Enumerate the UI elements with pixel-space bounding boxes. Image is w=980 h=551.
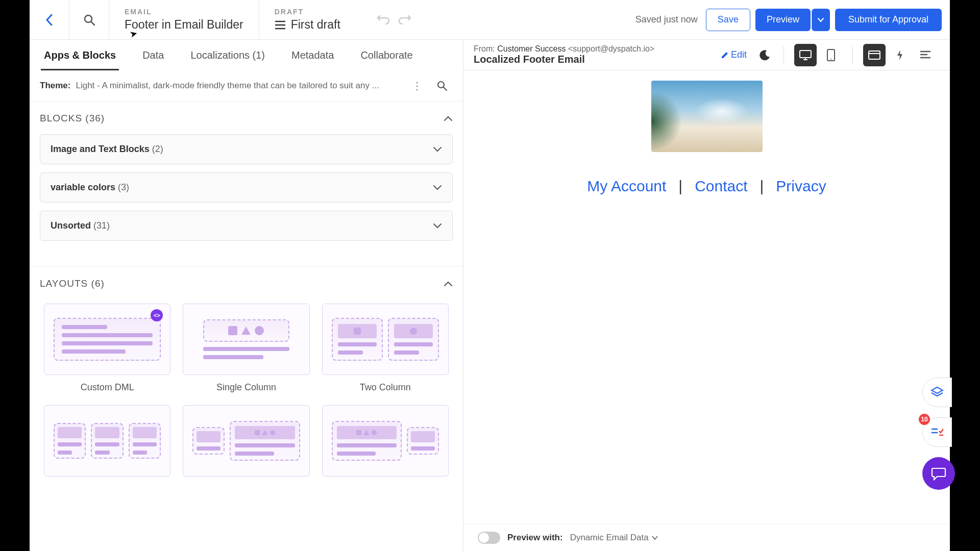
svg-point-0 [85,15,92,22]
tab-apps-blocks[interactable]: Apps & Blocks [41,41,119,69]
chevron-up-icon [444,115,453,121]
undo-icon [377,14,390,26]
mobile-icon [827,49,835,61]
email-title-block: EMAIL Footer in Email Builder [109,0,259,39]
link-contact[interactable]: Contact [695,178,747,195]
bg-name-0: Image and Text Blocks [51,144,150,154]
hero-image [651,81,763,152]
layout-left-sidebar[interactable] [183,405,309,477]
device-mobile-button[interactable] [820,44,842,66]
submit-approval-button[interactable]: Submit for Approval [835,9,942,31]
separator: | [760,178,764,195]
theme-row: Theme: Light - A minimalist, dark-mode f… [30,70,463,102]
tab-collaborate[interactable]: Collaborate [357,41,415,69]
layout-single-column[interactable]: Single Column [183,304,309,393]
layout-two-column[interactable]: Two Column [322,304,449,393]
draft-block[interactable]: DRAFT First draft [259,0,361,39]
svg-line-1 [91,22,94,25]
chevron-down-icon [433,185,442,191]
saved-status: Saved just now [635,0,706,39]
dark-mode-toggle[interactable] [754,44,776,66]
layout-label-0: Custom DML [81,382,134,393]
preview-data-toggle[interactable] [478,532,500,544]
view-text-button[interactable] [914,44,937,66]
layout-right-sidebar[interactable] [322,405,449,477]
preview-with-select[interactable]: Dynamic Email Data [570,533,658,543]
search-icon [83,13,96,27]
draft-label: DRAFT [275,8,346,16]
device-desktop-button[interactable] [794,44,817,66]
block-group-image-text[interactable]: Image and Text Blocks (2) [40,134,453,164]
align-left-icon [920,51,931,60]
layout-label-2: Two Column [360,382,411,393]
lightning-icon [896,49,903,61]
theme-menu-button[interactable]: ⋮ [408,80,426,92]
moon-icon [760,49,771,61]
link-my-account[interactable]: My Account [587,178,666,195]
tab-localizations[interactable]: Localizations (1) [187,41,268,69]
preview-subject: Localized Footer Email [474,54,714,65]
theme-search-button[interactable] [431,80,453,91]
chevron-down-icon [433,146,442,153]
preview-with-label: Preview with: [507,533,563,543]
bg-count-1: (3) [118,182,129,192]
from-line: From: Customer Success <support@dyspatch… [474,44,714,54]
preview-with-value: Dynamic Email Data [570,533,649,543]
svg-point-15 [438,82,444,88]
preview-dropdown-button[interactable] [812,9,830,31]
code-badge-icon: <> [151,309,163,321]
from-name: Customer Success [497,44,566,53]
blocks-section-title: BLOCKS (36) [40,113,105,124]
preview-button[interactable]: Preview [755,9,811,31]
draft-name: First draft [291,18,340,32]
search-icon [436,80,448,91]
view-full-button[interactable] [863,44,886,66]
block-group-unsorted[interactable]: Unsorted (31) [40,211,453,241]
layout-custom-dml[interactable]: <> Custom DML [44,304,170,393]
email-title: Footer in Email Builder [125,18,243,32]
layout-label-1: Single Column [216,382,276,393]
tab-data[interactable]: Data [139,41,167,69]
redo-button[interactable] [398,14,411,26]
tab-metadata[interactable]: Metadata [288,41,337,69]
separator: | [678,178,682,195]
svg-line-16 [444,87,447,90]
blocks-section-header[interactable]: BLOCKS (36) [30,102,463,129]
chevron-left-icon [44,13,55,27]
back-button[interactable] [30,0,69,39]
editor-tabs: Apps & Blocks Data Localizations (1) Met… [30,40,463,70]
email-label: EMAIL [125,8,243,16]
block-group-variable-colors[interactable]: variable colors (3) [40,172,453,203]
layers-button[interactable] [922,378,952,407]
layouts-section-header[interactable]: LAYOUTS (6) [30,267,463,294]
chevron-down-icon [817,17,824,22]
undo-button[interactable] [377,14,390,26]
left-panel: Theme: Light - A minimalist, dark-mode f… [30,70,463,551]
view-amp-button[interactable] [889,44,911,66]
checklist-badge: 10 [919,414,930,425]
bg-count-2: (31) [93,220,110,231]
chevron-down-icon [433,223,442,229]
edit-label: Edit [731,49,747,60]
svg-point-9 [830,59,831,60]
checklist-icon [930,427,944,437]
global-search-button[interactable] [69,0,109,39]
layout-three-column[interactable] [44,405,170,477]
link-privacy[interactable]: Privacy [776,178,826,195]
bg-name-2: Unsorted [51,220,91,231]
from-email: <support@dyspatch.io> [568,44,654,53]
layers-icon [930,386,944,399]
redo-icon [398,14,411,26]
chat-button[interactable] [922,457,955,490]
layouts-section-title: LAYOUTS (6) [40,278,105,289]
save-button[interactable]: Save [706,9,750,31]
chat-icon [931,466,946,481]
preview-panel: My Account | Contact | Privacy Preview w… [463,70,950,551]
pencil-icon [721,51,729,59]
from-label: From: [474,44,495,53]
checklist-button[interactable]: 10 [922,417,952,447]
desktop-icon [799,50,812,60]
edit-button[interactable]: Edit [721,49,747,60]
menu-icon [275,20,286,30]
chevron-up-icon [444,281,453,287]
